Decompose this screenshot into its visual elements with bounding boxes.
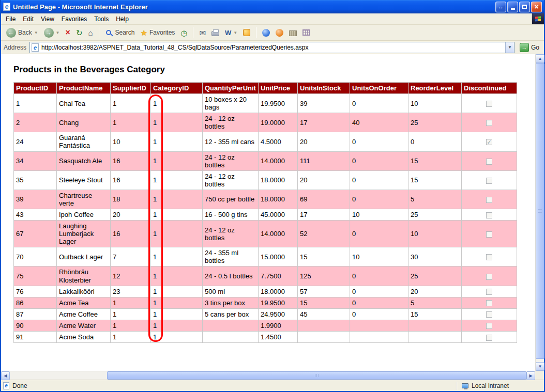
table-cell: 16 bbox=[111, 170, 151, 190]
table-cell: 69 bbox=[298, 190, 350, 209]
vertical-scroll-thumb[interactable] bbox=[536, 63, 544, 359]
discontinued-checkbox bbox=[486, 300, 492, 306]
table-cell: 24 - 12 oz bottles bbox=[203, 170, 259, 190]
table-cell: 1 bbox=[151, 132, 203, 151]
table-cell: 19.9500 bbox=[259, 94, 298, 113]
address-dropdown-button[interactable]: ▼ bbox=[505, 42, 514, 53]
minimize-button[interactable] bbox=[507, 2, 518, 12]
refresh-button[interactable]: ↻ bbox=[74, 28, 84, 38]
history-button[interactable]: ◷ bbox=[179, 28, 189, 38]
table-cell: 111 bbox=[298, 151, 350, 170]
table-cell: 15 bbox=[408, 151, 462, 170]
table-cell: 75 bbox=[14, 266, 57, 286]
table-cell bbox=[298, 331, 350, 342]
discontinued-checkbox bbox=[486, 101, 492, 107]
table-cell: 43 bbox=[14, 209, 57, 221]
vertical-scrollbar[interactable]: ▲ ▼ bbox=[535, 54, 544, 371]
table-cell: Lakkalikööri bbox=[57, 286, 111, 297]
discontinued-checkbox bbox=[486, 254, 492, 260]
table-cell: 10 boxes x 20 bags bbox=[203, 94, 259, 113]
table-cell: Rhönbräu Klosterbier bbox=[57, 266, 111, 286]
table-row: 70Outback Lager7124 - 355 ml bottles15.0… bbox=[14, 247, 517, 266]
discontinued-checkbox bbox=[486, 212, 492, 218]
edit-button[interactable]: W ▼ bbox=[223, 28, 239, 37]
table-cell: 7 bbox=[111, 247, 151, 266]
horizontal-scroll-thumb[interactable] bbox=[107, 371, 526, 380]
table-row: 34Sasquatch Ale16124 - 12 oz bottles14.0… bbox=[14, 151, 517, 170]
address-bar: Address e ▼ → Go bbox=[1, 41, 544, 54]
table-cell: 18.0000 bbox=[259, 170, 298, 190]
ie-window-icon: e bbox=[3, 3, 10, 11]
toolbar-globe-button[interactable] bbox=[261, 28, 271, 38]
table-cell: 1 bbox=[151, 308, 203, 320]
search-button[interactable]: Search bbox=[103, 28, 137, 37]
table-cell: 1 bbox=[151, 297, 203, 308]
print-button[interactable] bbox=[210, 28, 221, 37]
table-cell: 24 - 12 oz bottles bbox=[203, 221, 259, 247]
discontinued-checkbox bbox=[486, 289, 492, 295]
table-cell: 1 bbox=[151, 190, 203, 209]
table-cell: 76 bbox=[14, 286, 57, 297]
table-cell: 18.0000 bbox=[259, 190, 298, 209]
discontinued-checkbox bbox=[486, 231, 492, 238]
resize-window-button[interactable]: ↔ bbox=[495, 2, 506, 12]
menu-view[interactable]: View bbox=[37, 14, 58, 24]
status-bar: e Done Local intranet bbox=[1, 380, 544, 391]
table-cell: Chang bbox=[57, 113, 111, 132]
go-button[interactable]: → Go bbox=[518, 43, 541, 52]
column-header-categoryid: CategoryID bbox=[151, 83, 203, 94]
toolbar-building-button[interactable] bbox=[287, 28, 298, 37]
menu-edit[interactable]: Edit bbox=[19, 14, 37, 24]
table-cell: Laughing Lumberjack Lager bbox=[57, 221, 111, 247]
maximize-button[interactable] bbox=[519, 2, 530, 12]
minimize-icon bbox=[511, 8, 515, 10]
table-cell bbox=[408, 331, 462, 342]
mail-button[interactable]: ✉ bbox=[198, 28, 207, 38]
table-cell: 90 bbox=[14, 320, 57, 331]
table-cell: 1 bbox=[111, 331, 151, 342]
scroll-up-button[interactable]: ▲ bbox=[536, 54, 544, 63]
table-row: 90Acme Water111.9900 bbox=[14, 320, 517, 331]
favorites-button[interactable]: ★ Favorites bbox=[139, 28, 177, 38]
table-cell: 14.0000 bbox=[259, 221, 298, 247]
menu-tools[interactable]: Tools bbox=[90, 14, 112, 24]
table-row: 43Ipoh Coffee20116 - 500 g tins45.000017… bbox=[14, 209, 517, 221]
table-cell: 1 bbox=[151, 151, 203, 170]
scroll-left-button[interactable]: ◀ bbox=[1, 371, 10, 380]
table-cell: 1 bbox=[151, 113, 203, 132]
discontinued-cell bbox=[462, 94, 517, 113]
table-cell: 0 bbox=[350, 286, 408, 297]
table-cell: 0 bbox=[350, 94, 408, 113]
forward-dropdown-icon: ▼ bbox=[56, 30, 60, 35]
close-button[interactable]: × bbox=[531, 2, 542, 12]
table-cell: 15.0000 bbox=[259, 247, 298, 266]
toolbar-orb-button[interactable] bbox=[274, 28, 285, 38]
table-header-row: ProductIDProductNameSupplierIDCategoryID… bbox=[14, 83, 517, 94]
table-cell: 12 - 355 ml cans bbox=[203, 132, 259, 151]
table-cell: Chartreuse verte bbox=[57, 190, 111, 209]
table-cell: 0 bbox=[350, 170, 408, 190]
scroll-down-button[interactable]: ▼ bbox=[536, 362, 544, 371]
scroll-right-button[interactable]: ▶ bbox=[526, 371, 535, 380]
table-cell: 0 bbox=[350, 132, 408, 151]
table-cell: 35 bbox=[14, 170, 57, 190]
discontinued-checkbox bbox=[486, 120, 492, 126]
table-cell: 1 bbox=[151, 94, 203, 113]
menu-file[interactable]: File bbox=[2, 14, 19, 24]
horizontal-scrollbar[interactable]: ◀ ▶ bbox=[1, 371, 544, 380]
stop-button[interactable]: × bbox=[64, 27, 72, 38]
table-cell: 52 bbox=[298, 221, 350, 247]
home-button[interactable]: ⌂ bbox=[86, 28, 94, 38]
toolbar-grid-button[interactable] bbox=[301, 28, 311, 37]
address-input[interactable] bbox=[41, 43, 505, 52]
back-button[interactable]: ← Back ▼ bbox=[5, 27, 40, 39]
menu-bar: File Edit View Favorites Tools Help bbox=[1, 13, 544, 25]
messenger-button[interactable] bbox=[241, 28, 252, 37]
menu-help[interactable]: Help bbox=[112, 14, 132, 24]
discontinued-cell: ✓ bbox=[462, 132, 517, 151]
menu-favorites[interactable]: Favorites bbox=[58, 14, 90, 24]
forward-button[interactable]: → ▼ bbox=[42, 27, 62, 39]
table-cell: 57 bbox=[298, 286, 350, 297]
table-cell: 16 bbox=[111, 221, 151, 247]
table-cell: 23 bbox=[111, 286, 151, 297]
